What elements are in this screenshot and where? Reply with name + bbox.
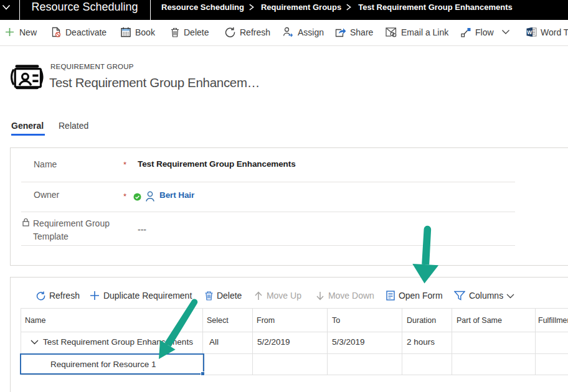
svg-text:W: W (527, 29, 532, 35)
